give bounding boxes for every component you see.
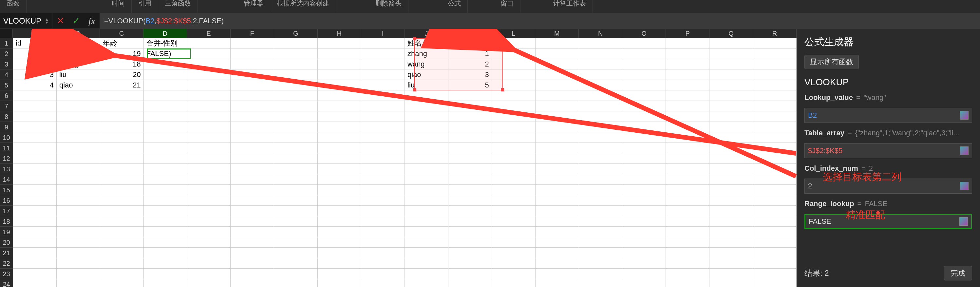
cell[interactable]: [492, 112, 536, 122]
name-box[interactable]: VLOOKUP ▲▼: [0, 13, 52, 29]
cell[interactable]: [13, 91, 57, 101]
cell[interactable]: [405, 91, 449, 101]
col-header[interactable]: B: [56, 29, 100, 38]
cell[interactable]: [318, 174, 361, 185]
row-header[interactable]: 19: [0, 227, 13, 237]
cell[interactable]: [57, 132, 100, 143]
cell[interactable]: [361, 69, 405, 80]
cell[interactable]: [144, 80, 187, 91]
cell[interactable]: [622, 38, 666, 48]
cell[interactable]: [405, 216, 449, 227]
cell[interactable]: [274, 59, 318, 69]
cell[interactable]: [753, 164, 797, 174]
fx-icon[interactable]: fx: [84, 13, 100, 29]
cell[interactable]: [622, 185, 666, 195]
cell[interactable]: [622, 122, 666, 132]
cell[interactable]: [449, 101, 492, 112]
cell[interactable]: [710, 122, 753, 132]
cell[interactable]: [536, 122, 579, 132]
cell[interactable]: [100, 112, 144, 122]
cell[interactable]: [710, 91, 753, 101]
cell[interactable]: [579, 164, 623, 174]
cell[interactable]: [187, 132, 231, 143]
cell[interactable]: [274, 112, 318, 122]
cell[interactable]: [622, 206, 666, 216]
row-header[interactable]: 7: [0, 101, 13, 112]
row-header[interactable]: 6: [0, 91, 13, 101]
cell[interactable]: [622, 132, 666, 143]
cell[interactable]: [231, 279, 274, 287]
cell[interactable]: 性别: [449, 38, 492, 48]
cell[interactable]: [144, 91, 187, 101]
cell[interactable]: [666, 195, 710, 206]
cell[interactable]: [405, 101, 449, 112]
cell[interactable]: [144, 227, 187, 237]
cell[interactable]: [753, 59, 797, 69]
cell[interactable]: [274, 195, 318, 206]
cell[interactable]: [710, 69, 753, 80]
cell[interactable]: [536, 269, 579, 279]
cell[interactable]: [361, 153, 405, 164]
cell[interactable]: [666, 38, 710, 48]
cell[interactable]: [405, 279, 449, 287]
cell[interactable]: [100, 248, 144, 258]
cell[interactable]: [13, 164, 57, 174]
cell[interactable]: [13, 112, 57, 122]
lookup-value-input[interactable]: B2: [805, 108, 972, 123]
cell[interactable]: [13, 185, 57, 195]
cell[interactable]: [449, 112, 492, 122]
cell[interactable]: [492, 248, 536, 258]
col-header[interactable]: Q: [710, 29, 753, 38]
name-box-spinner-icon[interactable]: ▲▼: [45, 18, 49, 24]
cell[interactable]: [57, 143, 100, 153]
cell[interactable]: [231, 112, 274, 122]
cell[interactable]: [231, 38, 274, 48]
cell[interactable]: [57, 258, 100, 269]
cell[interactable]: [449, 269, 492, 279]
cell[interactable]: [318, 279, 361, 287]
cell[interactable]: [449, 227, 492, 237]
cell[interactable]: [622, 216, 666, 227]
cell[interactable]: [449, 153, 492, 164]
cell[interactable]: [492, 91, 536, 101]
cell[interactable]: [361, 164, 405, 174]
cell[interactable]: [100, 195, 144, 206]
cell[interactable]: [144, 59, 187, 69]
cell[interactable]: [753, 122, 797, 132]
cell[interactable]: [449, 248, 492, 258]
cell[interactable]: [57, 153, 100, 164]
cell[interactable]: [710, 143, 753, 153]
ribbon-group[interactable]: 窗口: [501, 0, 514, 6]
cell[interactable]: [405, 122, 449, 132]
cell[interactable]: [361, 38, 405, 48]
cell[interactable]: 姓名: [57, 38, 100, 48]
cell[interactable]: [622, 80, 666, 91]
cell[interactable]: [579, 216, 623, 227]
cell[interactable]: [361, 112, 405, 122]
cell[interactable]: [405, 195, 449, 206]
cell[interactable]: [187, 206, 231, 216]
row-header[interactable]: 21: [0, 248, 13, 258]
cell[interactable]: [753, 227, 797, 237]
cell[interactable]: [666, 101, 710, 112]
row-header[interactable]: 18: [0, 216, 13, 227]
cell[interactable]: [579, 59, 623, 69]
cell[interactable]: [144, 122, 187, 132]
cell[interactable]: [622, 279, 666, 287]
cell[interactable]: [492, 153, 536, 164]
cell[interactable]: [13, 153, 57, 164]
cell[interactable]: [57, 91, 100, 101]
ribbon-group[interactable]: 函数: [6, 0, 20, 6]
cell[interactable]: [579, 248, 623, 258]
cell[interactable]: [405, 153, 449, 164]
cell[interactable]: [753, 174, 797, 185]
cell[interactable]: [231, 80, 274, 91]
cell[interactable]: [405, 269, 449, 279]
cell[interactable]: 年龄: [100, 38, 144, 48]
spreadsheet[interactable]: A B C D E F G H I J K L M N O P Q R 1234…: [0, 29, 797, 287]
cell[interactable]: [492, 132, 536, 143]
cell[interactable]: [100, 227, 144, 237]
select-all-corner[interactable]: [0, 29, 13, 38]
cell[interactable]: [492, 185, 536, 195]
cell[interactable]: 1: [449, 48, 492, 59]
